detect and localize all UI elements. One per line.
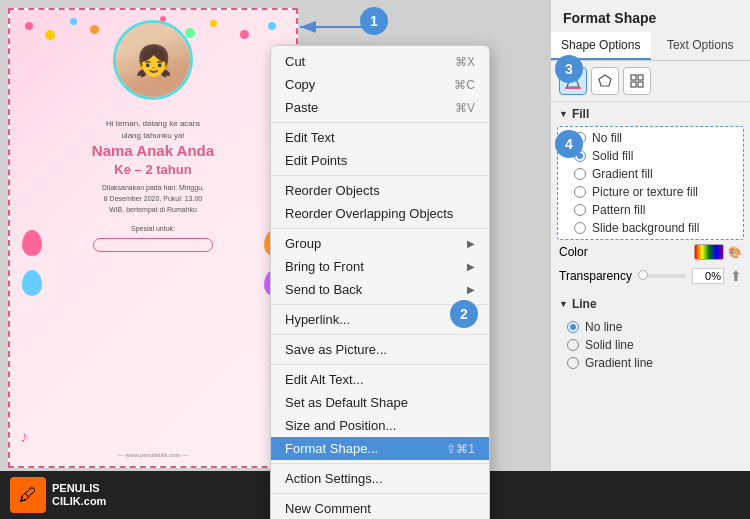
slide-name: Nama Anak Anda — [10, 142, 296, 159]
dot-decoration — [90, 25, 99, 34]
separator-7 — [271, 463, 489, 464]
fill-gradient[interactable]: Gradient fill — [574, 165, 727, 183]
menu-action-settings[interactable]: Action Settings... — [271, 467, 489, 490]
fill-pattern[interactable]: Pattern fill — [574, 201, 727, 219]
transparency-row: Transparency ⬆ — [551, 264, 750, 288]
fill-no-fill[interactable]: No fill — [574, 129, 727, 147]
menu-size-position[interactable]: Size and Position... — [271, 414, 489, 437]
logo-text: PENULIS CILIK.com — [52, 482, 106, 508]
fill-section-header[interactable]: ▼ Fill — [551, 102, 750, 126]
fill-options: No fill Solid fill Gradient fill Picture… — [557, 126, 744, 240]
number-2-badge: 2 — [450, 300, 478, 328]
line-solid[interactable]: Solid line — [567, 336, 734, 354]
dot-decoration — [185, 28, 195, 38]
slider-thumb — [638, 270, 648, 280]
toolbar-grid-btn[interactable] — [623, 67, 651, 95]
dot-decoration — [240, 30, 249, 39]
svg-rect-4 — [631, 75, 636, 80]
radio-pattern-fill[interactable] — [574, 204, 586, 216]
color-swatch[interactable] — [694, 244, 724, 260]
menu-edit-alt-text[interactable]: Edit Alt Text... — [271, 368, 489, 391]
menu-cut[interactable]: Cut ⌘X — [271, 50, 489, 73]
radio-slide-bg-fill[interactable] — [574, 222, 586, 234]
menu-reorder-overlapping[interactable]: Reorder Overlapping Objects — [271, 202, 489, 225]
balloon — [22, 230, 42, 256]
radio-solid-line[interactable] — [567, 339, 579, 351]
dot-decoration — [45, 30, 55, 40]
spinner-up[interactable]: ⬆ — [730, 268, 742, 284]
menu-new-comment[interactable]: New Comment — [271, 497, 489, 519]
separator-8 — [271, 493, 489, 494]
menu-set-default[interactable]: Set as Default Shape — [271, 391, 489, 414]
logo-box: 🖊 PENULIS CILIK.com — [10, 477, 106, 513]
dot-decoration — [268, 22, 276, 30]
slide-special: Spesial untuk: — [10, 225, 296, 232]
fill-triangle-icon: ▼ — [559, 109, 568, 119]
menu-bring-to-front[interactable]: Bring to Front ▶ — [271, 255, 489, 278]
photo-circle: 👧 — [113, 20, 193, 100]
transparency-slider[interactable] — [638, 274, 686, 278]
number-1-badge: 1 — [360, 7, 388, 35]
color-picker-icon[interactable]: 🎨 — [728, 246, 742, 259]
menu-send-to-back[interactable]: Send to Back ▶ — [271, 278, 489, 301]
line-section-header[interactable]: ▼ Line — [551, 292, 750, 316]
svg-rect-6 — [631, 82, 636, 87]
dot-decoration — [25, 22, 33, 30]
separator-5 — [271, 334, 489, 335]
music-icon: ♪ — [20, 428, 28, 446]
slide-area: 👧 Hi teman, datang ke acara ulang tahunk… — [0, 0, 550, 519]
color-row: Color 🎨 — [551, 240, 750, 264]
fill-slide-bg[interactable]: Slide background fill — [574, 219, 727, 237]
svg-rect-7 — [638, 82, 643, 87]
fill-solid[interactable]: Solid fill — [574, 147, 727, 165]
menu-save-picture[interactable]: Save as Picture... — [271, 338, 489, 361]
transparency-input[interactable] — [692, 268, 724, 284]
menu-format-shape[interactable]: Format Shape... ⇧⌘1 — [271, 437, 489, 460]
main-container: 👧 Hi teman, datang ke acara ulang tahunk… — [0, 0, 750, 519]
radio-gradient-fill[interactable] — [574, 168, 586, 180]
svg-rect-5 — [638, 75, 643, 80]
line-gradient[interactable]: Gradient line — [567, 354, 734, 372]
separator-2 — [271, 175, 489, 176]
logo-icon: 🖊 — [10, 477, 46, 513]
slide-website: — www.penulistilik.com — — [10, 452, 296, 458]
slide-greeting: Hi teman, datang ke acara ulang tahunku … — [10, 118, 296, 142]
slide-age: Ke – 2 tahun — [10, 162, 296, 177]
svg-marker-3 — [599, 75, 611, 86]
menu-group[interactable]: Group ▶ — [271, 232, 489, 255]
menu-edit-points[interactable]: Edit Points — [271, 149, 489, 172]
tab-text-options[interactable]: Text Options — [651, 32, 751, 60]
line-section: ▼ Line No line Solid line Gradient line — [551, 292, 750, 374]
slide-canvas: 👧 Hi teman, datang ke acara ulang tahunk… — [8, 8, 298, 468]
slide-details: Dilaksanakan pada hari: Minggu, 8 Desemb… — [10, 182, 296, 216]
slide-inner: 👧 Hi teman, datang ke acara ulang tahunk… — [10, 10, 296, 466]
panel-tabs: Shape Options Text Options — [551, 32, 750, 61]
balloon — [22, 270, 42, 296]
radio-no-line[interactable] — [567, 321, 579, 333]
line-triangle-icon: ▼ — [559, 299, 568, 309]
line-options: No line Solid line Gradient line — [551, 316, 750, 374]
separator-6 — [271, 364, 489, 365]
separator-3 — [271, 228, 489, 229]
context-menu: Cut ⌘X Copy ⌘C Paste ⌘V Edit Text Edit P… — [270, 45, 490, 519]
number-3-badge: 3 — [555, 55, 583, 83]
radio-picture-fill[interactable] — [574, 186, 586, 198]
photo-placeholder: 👧 — [116, 23, 190, 97]
toolbar-shape-btn[interactable] — [591, 67, 619, 95]
name-input-line — [93, 238, 213, 252]
menu-reorder-objects[interactable]: Reorder Objects — [271, 179, 489, 202]
svg-rect-2 — [565, 87, 581, 89]
fill-picture[interactable]: Picture or texture fill — [574, 183, 727, 201]
separator-1 — [271, 122, 489, 123]
menu-copy[interactable]: Copy ⌘C — [271, 73, 489, 96]
right-panel: Format Shape Shape Options Text Options … — [550, 0, 750, 471]
number-4-badge: 4 — [555, 130, 583, 158]
menu-edit-text[interactable]: Edit Text — [271, 126, 489, 149]
dot-decoration — [210, 20, 217, 27]
menu-paste[interactable]: Paste ⌘V — [271, 96, 489, 119]
radio-gradient-line[interactable] — [567, 357, 579, 369]
line-no-line[interactable]: No line — [567, 318, 734, 336]
dot-decoration — [70, 18, 77, 25]
panel-title: Format Shape — [551, 0, 750, 32]
